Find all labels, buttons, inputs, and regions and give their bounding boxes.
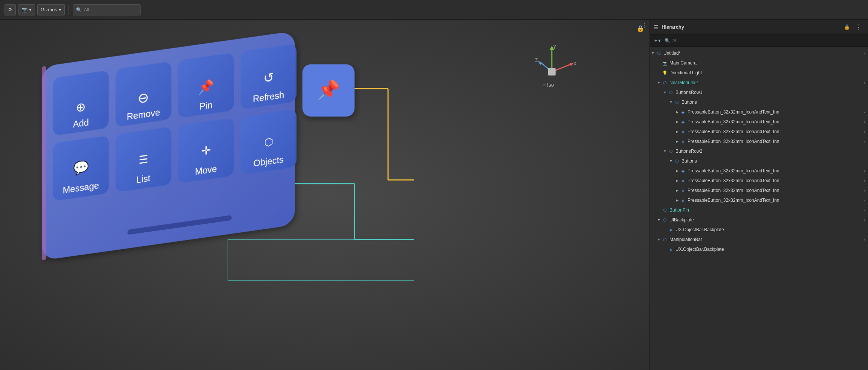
tree-chevron-buttonpin[interactable]: › [864, 208, 865, 212]
tree-item-pb7[interactable]: ◈PressableButton_32x32mm_IconAndText_Inn… [650, 186, 868, 195]
tree-chevron-pb5[interactable]: › [864, 169, 865, 173]
tree-item-directional-light[interactable]: 💡Directional Light [650, 68, 868, 78]
tree-item-buttonpin[interactable]: ⬡ButtonPin› [650, 205, 868, 215]
svg-marker-46 [538, 61, 541, 66]
tree-label-pb4: PressableButton_32x32mm_IconAndText_Inn [688, 139, 864, 144]
tree-chevron-pb8[interactable]: › [864, 198, 865, 203]
hierarchy-search-row: + ▾ 🔍 [650, 35, 868, 47]
search-placeholder: All [84, 7, 89, 12]
tree-label-ux-objectbar2: UX.ObjectBar.Backplate [675, 247, 865, 252]
tree-label-buttons1: Buttons [682, 100, 865, 105]
tree-arrow-uibackplate[interactable] [656, 217, 662, 223]
tree-item-pb4[interactable]: ◈PressableButton_32x32mm_IconAndText_Inn… [650, 137, 868, 146]
hierarchy-panel: ☰ Hierarchy 🔒 ⋮ + ▾ 🔍 ⬡Untitled*›📷Main C… [649, 20, 868, 370]
tree-label-pb1: PressableButton_32x32mm_IconAndText_Inn [688, 109, 864, 115]
tree-item-buttonsrow2[interactable]: ⬡ButtonsRow2 [650, 146, 868, 156]
search-icon: 🔍 [76, 7, 82, 12]
gizmos-btn[interactable]: Gizmos ▾ [37, 4, 65, 15]
tree-arrow-pb3[interactable] [674, 129, 680, 135]
tree-icon-pb4: ◈ [680, 138, 686, 144]
tree-label-main-camera: Main Camera [669, 60, 865, 66]
tree-arrow-pb8[interactable] [674, 197, 680, 203]
svg-text:⊕: ⊕ [76, 100, 86, 115]
tree-chevron-manipulationbar[interactable]: › [864, 238, 865, 242]
tree-arrow-pb7[interactable] [674, 187, 680, 193]
tree-arrow-buttons1[interactable] [668, 99, 674, 105]
tree-label-pb8: PressableButton_32x32mm_IconAndText_Inn [688, 198, 864, 203]
tree-label-manipulationbar: ManipulationBar [669, 237, 864, 242]
tree-item-main-camera[interactable]: 📷Main Camera [650, 58, 868, 68]
svg-text:⊖: ⊖ [138, 90, 149, 106]
lock-icon-btn[interactable]: 🔒 [842, 23, 851, 31]
add-label: + [654, 38, 657, 43]
tree-chevron-pb6[interactable]: › [864, 179, 865, 183]
tree-icon-pb1: ◈ [680, 109, 686, 115]
tree-item-ux-objectbar[interactable]: ◈UX.ObjectBar.Backplate [650, 225, 868, 235]
tree-item-pb5[interactable]: ◈PressableButton_32x32mm_IconAndText_Inn… [650, 166, 868, 176]
tree-chevron-uibackplate[interactable]: › [864, 218, 865, 222]
tree-arrow-manipulationbar[interactable] [656, 236, 662, 243]
hierarchy-actions: 🔒 ⋮ [842, 22, 864, 32]
tree-chevron-pb7[interactable]: › [864, 189, 865, 193]
svg-text:☰: ☰ [139, 153, 148, 166]
tree-icon-ux-objectbar2: ◈ [668, 246, 674, 252]
tree-item-uibackplate[interactable]: ⬡UIBackplate› [650, 215, 868, 225]
tree-chevron-pb2[interactable]: › [864, 120, 865, 124]
scene-svg: ⊕ Add ⊖ Remove 📌 Pin ↺ Refresh 💬 Message [0, 20, 649, 370]
tree-item-nearmenu4x2[interactable]: ⬡NearMenu4x2› [650, 78, 868, 88]
tree-chevron-pb4[interactable]: › [864, 140, 865, 144]
tree-label-directional-light: Directional Light [669, 70, 865, 75]
tree-label-pb6: PressableButton_32x32mm_IconAndText_Inn [688, 178, 864, 183]
tree-arrow-pb4[interactable] [674, 138, 680, 144]
tree-item-buttons1[interactable]: ⬡Buttons [650, 97, 868, 107]
tree-arrow-buttonsrow1[interactable] [662, 89, 668, 95]
hierarchy-dots[interactable]: ⋮ [853, 22, 864, 32]
svg-text:≡ Iso: ≡ Iso [542, 82, 554, 88]
tree-chevron-pb1[interactable]: › [864, 110, 865, 114]
tree-label-buttonsrow1: ButtonsRow1 [675, 90, 865, 95]
tree-arrow-pb2[interactable] [674, 119, 680, 125]
tree-label-ux-objectbar: UX.ObjectBar.Backplate [675, 227, 865, 232]
tree-chevron-untitled[interactable]: › [864, 51, 865, 55]
add-hierarchy-btn[interactable]: + ▾ [653, 37, 662, 44]
tree-item-buttons2[interactable]: ⬡Buttons [650, 156, 868, 166]
tree-label-buttonpin: ButtonPin [669, 207, 864, 213]
tree-icon-pb7: ◈ [680, 187, 686, 193]
hierarchy-search-input[interactable] [672, 38, 865, 43]
separator [69, 5, 69, 15]
tree-chevron-nearmenu4x2[interactable]: › [864, 81, 865, 85]
svg-text:y: y [553, 43, 556, 49]
tree-icon-pb2: ◈ [680, 119, 686, 125]
settings-btn[interactable]: ⚙ [5, 4, 16, 15]
camera-btn[interactable]: 📷 ▾ [18, 4, 35, 15]
gizmos-arrow: ▾ [59, 7, 61, 12]
scene-search[interactable]: 🔍 All [73, 4, 141, 15]
tree-label-uibackplate: UIBackplate [669, 217, 864, 223]
tree-item-manipulationbar[interactable]: ⬡ManipulationBar› [650, 235, 868, 244]
hierarchy-tree[interactable]: ⬡Untitled*›📷Main Camera💡Directional Ligh… [650, 47, 868, 370]
tree-item-pb1[interactable]: ◈PressableButton_32x32mm_IconAndText_Inn… [650, 107, 868, 117]
scene-view[interactable]: 🔒 ⋮ [0, 20, 649, 370]
tree-item-buttonsrow1[interactable]: ⬡ButtonsRow1 [650, 88, 868, 97]
hierarchy-icon: ☰ [654, 24, 659, 30]
svg-text:📌: 📌 [317, 79, 340, 101]
tree-icon-pb8: ◈ [680, 197, 686, 203]
tree-item-pb2[interactable]: ◈PressableButton_32x32mm_IconAndText_Inn… [650, 117, 868, 127]
tree-arrow-untitled[interactable] [650, 50, 656, 56]
tree-arrow-pb1[interactable] [674, 109, 680, 115]
tree-icon-buttonsrow1: ⬡ [668, 89, 674, 95]
tree-arrow-pb5[interactable] [674, 168, 680, 174]
tree-item-untitled[interactable]: ⬡Untitled*› [650, 48, 868, 58]
tree-item-pb6[interactable]: ◈PressableButton_32x32mm_IconAndText_Inn… [650, 176, 868, 186]
tree-item-pb8[interactable]: ◈PressableButton_32x32mm_IconAndText_Inn… [650, 195, 868, 205]
tree-arrow-pb6[interactable] [674, 178, 680, 184]
tree-arrow-buttons2[interactable] [668, 158, 674, 164]
svg-text:x: x [573, 60, 576, 66]
search-icon-hier: 🔍 [665, 38, 670, 43]
tree-chevron-pb3[interactable]: › [864, 130, 865, 134]
tree-item-ux-objectbar2[interactable]: ◈UX.ObjectBar.Backplate [650, 244, 868, 254]
tree-item-pb3[interactable]: ◈PressableButton_32x32mm_IconAndText_Inn… [650, 127, 868, 137]
tree-label-untitled: Untitled* [663, 51, 864, 56]
tree-arrow-nearmenu4x2[interactable] [656, 80, 662, 86]
tree-arrow-buttonsrow2[interactable] [662, 148, 668, 154]
